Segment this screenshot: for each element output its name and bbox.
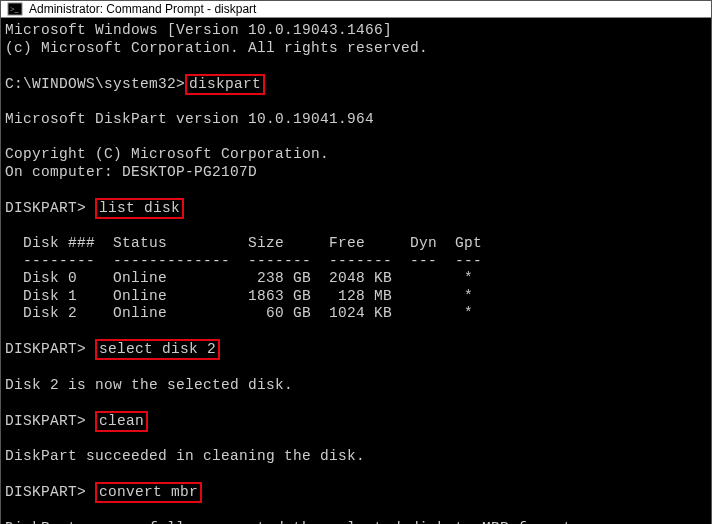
result-select: Disk 2 is now the selected disk. [5, 377, 293, 393]
cmd-list-disk: list disk [95, 198, 184, 219]
disk-table-header: Disk ### Status Size Free Dyn Gpt [5, 235, 482, 251]
table-row: Disk 2 Online 60 GB 1024 KB * [5, 305, 473, 321]
prompt-diskpart: DISKPART> [5, 413, 86, 429]
prompt-diskpart: DISKPART> [5, 484, 86, 500]
terminal-output[interactable]: Microsoft Windows [Version 10.0.19043.14… [1, 18, 711, 524]
cmd-convert-mbr: convert mbr [95, 482, 202, 503]
titlebar[interactable]: >_ Administrator: Command Prompt - diskp… [1, 1, 711, 18]
window-title: Administrator: Command Prompt - diskpart [29, 2, 256, 16]
result-convert: DiskPart successfully converted the sele… [5, 520, 581, 525]
line-copyright: (c) Microsoft Corporation. All rights re… [5, 40, 428, 56]
line-oncomputer: On computer: DESKTOP-PG2107D [5, 164, 257, 180]
cmd-icon: >_ [7, 1, 23, 17]
command-prompt-window: >_ Administrator: Command Prompt - diskp… [0, 0, 712, 524]
prompt-diskpart: DISKPART> [5, 200, 86, 216]
cmd-select-disk: select disk 2 [95, 339, 220, 360]
prompt-system32: C:\WINDOWS\system32> [5, 76, 185, 92]
table-row: Disk 0 Online 238 GB 2048 KB * [5, 270, 473, 286]
prompt-diskpart: DISKPART> [5, 341, 86, 357]
table-row: Disk 1 Online 1863 GB 128 MB * [5, 288, 473, 304]
line-winver: Microsoft Windows [Version 10.0.19043.14… [5, 22, 392, 38]
disk-table-separator: -------- ------------- ------- ------- -… [5, 253, 482, 269]
result-clean: DiskPart succeeded in cleaning the disk. [5, 448, 365, 464]
line-dpcopy: Copyright (C) Microsoft Corporation. [5, 146, 329, 162]
svg-text:>_: >_ [10, 5, 20, 14]
cmd-diskpart: diskpart [185, 74, 265, 95]
cmd-clean: clean [95, 411, 148, 432]
line-dpver: Microsoft DiskPart version 10.0.19041.96… [5, 111, 374, 127]
